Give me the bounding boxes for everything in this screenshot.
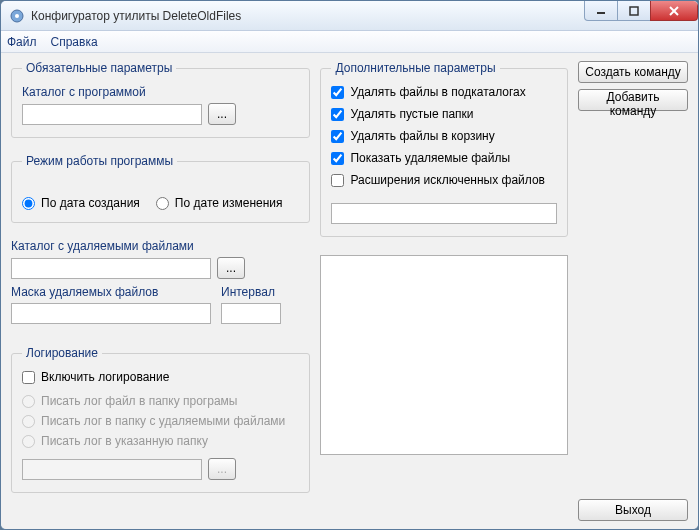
app-window: Конфигуратор утилиты DeleteOldFiles Файл…: [0, 0, 699, 530]
mode-by-created[interactable]: По дата создания: [22, 196, 140, 210]
mode-legend: Режим работы программы: [22, 154, 177, 168]
log-opt1-radio: [22, 395, 35, 408]
program-catalog-browse-button[interactable]: ...: [208, 103, 236, 125]
right-column: Создать команду Добавить команду Выход: [578, 61, 688, 521]
delete-catalog-input[interactable]: [11, 258, 211, 279]
logging-group: Логирование Включить логирование Писать …: [11, 346, 310, 493]
menu-help[interactable]: Справка: [51, 35, 98, 49]
mode-by-modified[interactable]: По дате изменения: [156, 196, 283, 210]
close-button[interactable]: [650, 1, 698, 21]
mode-by-modified-radio[interactable]: [156, 197, 169, 210]
log-to-custom-folder: Писать лог в указанную папку: [22, 434, 299, 448]
delete-catalog-browse-button[interactable]: ...: [217, 257, 245, 279]
interval-input[interactable]: [221, 303, 281, 324]
create-command-button[interactable]: Создать команду: [578, 61, 688, 83]
menu-bar: Файл Справка: [1, 31, 698, 53]
client-area: Обязательные параметры Каталог с програм…: [1, 53, 698, 529]
log-opt3-radio: [22, 435, 35, 448]
mask-input[interactable]: [11, 303, 211, 324]
add-command-button[interactable]: Добавить команду: [578, 89, 688, 111]
log-to-program-folder: Писать лог файл в папку програмы: [22, 394, 299, 408]
title-bar: Конфигуратор утилиты DeleteOldFiles: [1, 1, 698, 31]
log-opt2-radio: [22, 415, 35, 428]
program-catalog-label: Каталог с программой: [22, 85, 299, 99]
interval-label: Интервал: [221, 285, 281, 299]
enable-logging-checkbox[interactable]: [22, 371, 35, 384]
mode-by-created-radio[interactable]: [22, 197, 35, 210]
opt-delete-recycle-checkbox[interactable]: [331, 130, 344, 143]
window-title: Конфигуратор утилиты DeleteOldFiles: [31, 9, 585, 23]
opt-delete-empty[interactable]: Удалять пустые папки: [331, 107, 557, 121]
enable-logging[interactable]: Включить логирование: [22, 370, 299, 384]
mode-group: Режим работы программы По дата создания …: [11, 154, 310, 223]
opt-ext-excluded-checkbox[interactable]: [331, 174, 344, 187]
mandatory-group: Обязательные параметры Каталог с програм…: [11, 61, 310, 138]
optional-legend: Дополнительные параметры: [331, 61, 499, 75]
svg-rect-3: [630, 7, 638, 15]
output-textarea[interactable]: [320, 255, 568, 455]
log-path-input: [22, 459, 202, 480]
app-icon: [9, 8, 25, 24]
program-catalog-input[interactable]: [22, 104, 202, 125]
optional-group: Дополнительные параметры Удалять файлы в…: [320, 61, 568, 237]
middle-column: Дополнительные параметры Удалять файлы в…: [320, 61, 568, 521]
mandatory-legend: Обязательные параметры: [22, 61, 176, 75]
minimize-button[interactable]: [584, 1, 618, 21]
opt-delete-empty-checkbox[interactable]: [331, 108, 344, 121]
delete-catalog-label: Каталог с удаляемыми файлами: [11, 239, 310, 253]
menu-file[interactable]: Файл: [7, 35, 37, 49]
opt-ext-excluded[interactable]: Расширения исключенных файлов: [331, 173, 557, 187]
ext-excluded-input[interactable]: [331, 203, 557, 224]
opt-show-deleted-checkbox[interactable]: [331, 152, 344, 165]
opt-show-deleted[interactable]: Показать удаляемые файлы: [331, 151, 557, 165]
opt-delete-subdirs-checkbox[interactable]: [331, 86, 344, 99]
opt-delete-recycle[interactable]: Удалять файлы в корзину: [331, 129, 557, 143]
svg-point-1: [15, 14, 19, 18]
delete-files-section: Каталог с удаляемыми файлами ... Маска у…: [11, 239, 310, 330]
exit-button[interactable]: Выход: [578, 499, 688, 521]
maximize-button[interactable]: [617, 1, 651, 21]
log-path-browse-button: ...: [208, 458, 236, 480]
opt-delete-subdirs[interactable]: Удалять файлы в подкаталогах: [331, 85, 557, 99]
left-column: Обязательные параметры Каталог с програм…: [11, 61, 310, 521]
mask-label: Маска удаляемых файлов: [11, 285, 211, 299]
logging-legend: Логирование: [22, 346, 102, 360]
window-controls: [585, 1, 698, 30]
log-to-delete-folder: Писать лог в папку с удаляемыми файлами: [22, 414, 299, 428]
